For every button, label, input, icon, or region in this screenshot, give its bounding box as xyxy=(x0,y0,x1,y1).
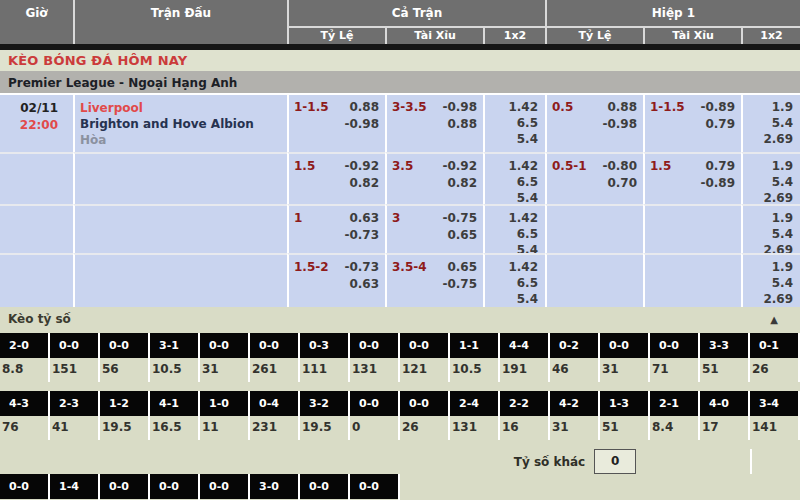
score-odds-cell[interactable]: 4-1 16.5 xyxy=(150,391,200,440)
score-odds-cell[interactable]: 0-0 71 xyxy=(650,333,700,382)
ft-1x2-cell[interactable]: 1.42 6.5 5.4 xyxy=(483,95,545,152)
score-odds-cell[interactable]: 0-0 0 xyxy=(350,391,400,440)
score-odds-cell[interactable]: 1-2 19.5 xyxy=(100,391,150,440)
h1-handicap-cell[interactable]: 0.5-1 -0.80 0.70 xyxy=(545,152,643,206)
score-label: 0-4 xyxy=(250,391,298,416)
score-odds-cell[interactable]: 0-0 56 xyxy=(100,333,150,382)
score-odds-cell[interactable]: 2-0 8.8 xyxy=(0,333,50,382)
score-odds-cell[interactable]: 3-3 51 xyxy=(700,333,750,382)
score-odds-cell[interactable]: 0-0 271 xyxy=(350,474,400,500)
score-odds-value: 10.5 xyxy=(450,358,498,382)
score-odds-cell[interactable]: 3-1 10.5 xyxy=(150,333,200,382)
score-odds-cell[interactable]: 0-0 31 xyxy=(200,333,250,382)
h1-1x2-cell[interactable]: 1.9 5.4 2.69 xyxy=(741,95,800,152)
score-odds-cell[interactable]: 0-0 211 xyxy=(100,474,150,500)
score-odds-cell[interactable]: 3-4 141 xyxy=(750,391,800,440)
score-odds-cell[interactable]: 0-4 231 xyxy=(250,391,300,440)
score-label: 0-0 xyxy=(250,333,298,358)
ft-handicap-cell[interactable]: 1.5 -0.92 0.82 xyxy=(287,152,385,206)
score-odds-cell[interactable]: 0-0 221 xyxy=(150,474,200,500)
score-odds-cell[interactable]: 0-0 131 xyxy=(350,333,400,382)
empty-match-cell xyxy=(73,152,287,206)
odds-value: 2.69 xyxy=(743,131,793,147)
score-odds-cell[interactable]: 0-0 121 xyxy=(400,333,450,382)
header-col-match: Trận Đấu xyxy=(73,0,287,44)
score-label: 4-0 xyxy=(700,391,748,416)
score-odds-cell[interactable]: 4-0 17 xyxy=(700,391,750,440)
ft-1x2-cell[interactable]: 1.42 6.5 5.4 xyxy=(483,253,545,307)
handicap-odds: 0.88 -0.98 xyxy=(344,99,379,152)
odds-value: 0.88 xyxy=(602,99,637,116)
score-odds-cell[interactable]: 4-3 76 xyxy=(0,391,50,440)
odds-value: 1.42 xyxy=(485,259,538,275)
score-label: 1-1 xyxy=(450,333,498,358)
odds-value: 6.5 xyxy=(485,226,538,242)
score-odds-cell[interactable]: 1-0 11 xyxy=(200,391,250,440)
overunder-line: 3.5-4 xyxy=(392,259,427,307)
score-odds-cell[interactable]: 0-3 111 xyxy=(300,333,350,382)
odds-value: 0.63 xyxy=(344,276,379,293)
score-label: 1-3 xyxy=(600,391,648,416)
score-odds-value: 31 xyxy=(600,358,648,382)
score-odds-cell[interactable]: 3-0 10.5 xyxy=(250,474,300,500)
score-odds-cell[interactable]: 1-4 141 xyxy=(50,474,100,500)
score-odds-cell[interactable]: 2-4 131 xyxy=(450,391,500,440)
ft-overunder-cell[interactable]: 3.5-4 0.65 -0.75 xyxy=(385,253,483,307)
other-score-box[interactable]: 0 xyxy=(594,449,636,474)
ft-overunder-cell[interactable]: 3.5 -0.92 0.82 xyxy=(385,152,483,206)
h1-overunder-cell[interactable]: 1-1.5 -0.89 0.79 xyxy=(643,95,741,152)
odds-value: 0.65 xyxy=(442,259,477,276)
score-odds-cell[interactable]: 0-0 26 xyxy=(400,391,450,440)
score-odds-cell[interactable]: 3-2 19.5 xyxy=(300,391,350,440)
h1-1x2-cell[interactable]: 1.9 5.4 2.69 xyxy=(741,204,800,258)
empty-match-cell xyxy=(73,253,287,307)
score-odds-cell[interactable]: 1-1 10.5 xyxy=(450,333,500,382)
collapse-icon[interactable]: ▲ xyxy=(770,314,778,325)
score-odds-cell[interactable]: 2-1 8.4 xyxy=(650,391,700,440)
score-odds-cell[interactable]: 0-0 151 xyxy=(50,333,100,382)
score-label: 2-1 xyxy=(650,391,698,416)
score-odds-cell[interactable]: 0-0 151 xyxy=(200,474,250,500)
handicap-odds: -0.92 0.82 xyxy=(344,158,379,206)
score-odds-cell[interactable]: 0-2 46 xyxy=(550,333,600,382)
ft-1x2-cell[interactable]: 1.42 6.5 5.4 xyxy=(483,204,545,258)
handicap-odds: -0.80 0.70 xyxy=(602,158,637,206)
h1-1x2-cell[interactable]: 1.9 5.4 2.69 xyxy=(741,253,800,307)
h1-1x2-cell[interactable]: 1.9 5.4 2.69 xyxy=(741,152,800,206)
score-odds-value: 17 xyxy=(700,416,748,440)
score-odds-cell[interactable]: 1-3 51 xyxy=(600,391,650,440)
ft-1x2-cell[interactable]: 1.42 6.5 5.4 xyxy=(483,152,545,206)
overunder-odds: -0.89 0.79 xyxy=(700,99,735,152)
score-odds-cell[interactable]: 2-2 16 xyxy=(500,391,550,440)
ft-overunder-cell[interactable]: 3 -0.75 0.65 xyxy=(385,204,483,258)
score-odds-cell[interactable]: 4-2 31 xyxy=(550,391,600,440)
h1-overunder-cell[interactable]: 1.5 0.79 -0.89 xyxy=(643,152,741,206)
h1-overunder-cell-empty xyxy=(643,253,741,307)
ft-handicap-cell[interactable]: 1 0.63 -0.73 xyxy=(287,204,385,258)
ft-handicap-cell[interactable]: 1-1.5 0.88 -0.98 xyxy=(287,95,385,152)
h1-overunder-cell-empty xyxy=(643,204,741,258)
odds-value: -0.98 xyxy=(344,116,379,133)
score-odds-cell[interactable]: 0-0 31 xyxy=(600,333,650,382)
odds-value: 2.69 xyxy=(743,291,793,307)
h1-handicap-cell[interactable]: 0.5 0.88 -0.98 xyxy=(545,95,643,152)
score-odds-cell[interactable]: 0-0 71 xyxy=(300,474,350,500)
ft-overunder-cell[interactable]: 3-3.5 -0.98 0.88 xyxy=(385,95,483,152)
odds-value: 1.9 xyxy=(743,210,793,226)
odds-value: 5.4 xyxy=(485,291,538,307)
score-odds-cell[interactable]: 0-1 26 xyxy=(750,333,800,382)
score-odds-value: 26 xyxy=(750,358,798,382)
ft-handicap-cell[interactable]: 1.5-2 -0.73 0.63 xyxy=(287,253,385,307)
score-odds-value: 131 xyxy=(450,416,498,440)
score-odds-cell[interactable]: 2-3 41 xyxy=(50,391,100,440)
odds-value: 1.42 xyxy=(485,158,538,174)
match-teams-cell[interactable]: Liverpool Brighton and Hove Albion Hòa xyxy=(73,95,287,152)
odds-value: 1.9 xyxy=(743,259,793,275)
score-odds-cell[interactable]: 0-0 261 xyxy=(250,333,300,382)
odds-value: 5.4 xyxy=(743,275,793,291)
score-odds-value: 151 xyxy=(50,358,98,382)
score-label: 0-0 xyxy=(0,474,48,499)
handicap-line: 0.5 xyxy=(552,99,573,152)
score-odds-cell[interactable]: 0-0 271 xyxy=(0,474,50,500)
score-odds-cell[interactable]: 4-4 191 xyxy=(500,333,550,382)
